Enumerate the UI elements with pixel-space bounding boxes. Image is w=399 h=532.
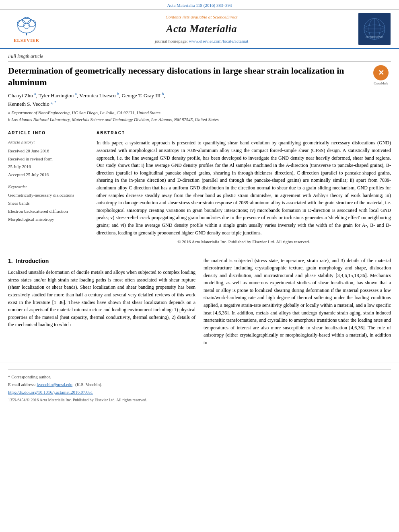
article-info-column: ARTICLE INFO Article history: Received 2…	[8, 130, 88, 245]
footer-copyright: 1359-6454/© 2016 Acta Materialia Inc. Pu…	[8, 397, 391, 403]
keyword-4: Morphological anisotropy	[8, 216, 88, 224]
crossmark-icon: ✕	[373, 65, 389, 80]
intro-paragraph-1: Localized unstable deformation of ductil…	[8, 269, 195, 329]
acta-globe-icon: ACTA MATERIALIA	[362, 17, 387, 41]
citation-text: Acta Materialia 118 (2016) 383–394	[167, 3, 232, 8]
journal-homepage: journal homepage: www.elsevier.com/locat…	[51, 38, 352, 44]
revised-date: 25 July 2016	[8, 163, 88, 171]
elsevier-tree-icon	[12, 14, 41, 37]
crossmark[interactable]: ✕ CrossMark	[371, 65, 391, 86]
journal-title: Acta Materialia	[51, 22, 352, 36]
elsevier-logo: ELSEVIER	[6, 14, 47, 43]
article-affiliations: a Department of NanoEngineering, UC San …	[8, 109, 391, 123]
article-info-header: ARTICLE INFO	[8, 130, 88, 136]
article-info-abstract-section: ARTICLE INFO Article history: Received 2…	[8, 126, 391, 245]
corresponding-author: * Corresponding author.	[8, 374, 391, 380]
sciencedirect-link: Contents lists available at ScienceDirec…	[51, 14, 352, 20]
article-history-label: Article history:	[8, 139, 88, 145]
article-authors: Chaoyi Zhu a, Tyler Harrington a, Veroni…	[8, 91, 391, 108]
affiliation-b: b Los Alamos National Laboratory, Materi…	[8, 116, 391, 123]
article-type: Full length article	[8, 53, 391, 62]
email-link[interactable]: kvecchio@ucsd.edu	[37, 382, 72, 387]
journal-center: Contents lists available at ScienceDirec…	[51, 14, 352, 44]
keywords-block: Keywords: Geometrically-necessary disloc…	[8, 184, 88, 224]
article-history-block: Article history: Received 20 June 2016 R…	[8, 139, 88, 179]
acta-logo-box: ACTA MATERIALIA	[358, 13, 391, 45]
article-title-section: Determination of geometrically necessary…	[8, 65, 391, 88]
journal-url[interactable]: www.elsevier.com/locate/actamat	[189, 39, 249, 43]
footer-divider	[8, 370, 391, 370]
svg-text:ACTA MATERIALIA: ACTA MATERIALIA	[366, 36, 383, 38]
keyword-1: Geometrically-necessary dislocations	[8, 191, 88, 199]
acta-logo: ACTA MATERIALIA	[356, 13, 393, 45]
body-col-right: the material is subjected (stress state,…	[204, 257, 391, 350]
journal-header: ELSEVIER Contents lists available at Sci…	[0, 10, 399, 49]
affiliation-a: a Department of NanoEngineering, UC San …	[8, 109, 391, 116]
intro-paragraph-2: the material is subjected (stress state,…	[204, 257, 391, 347]
svg-point-0	[18, 18, 35, 33]
doi-link[interactable]: http://dx.doi.org/10.1016/j.actamat.2016…	[8, 389, 391, 395]
page-footer: * Corresponding author. E-mail address: …	[0, 362, 399, 406]
keyword-3: Electron backscattered diffraction	[8, 207, 88, 216]
accepted-date: Accepted 25 July 2016	[8, 171, 88, 179]
journal-citation: Acta Materialia 118 (2016) 383–394	[0, 0, 399, 10]
abstract-header: ABSTRACT	[97, 130, 391, 136]
crossmark-label: CrossMark	[374, 81, 388, 86]
body-content: 1. Introduction Localized unstable defor…	[8, 252, 391, 350]
email-block: E-mail address: kvecchio@ucsd.edu (K.S. …	[8, 382, 391, 388]
keywords-label: Keywords:	[8, 184, 88, 190]
article-dates: Received 20 June 2016 Received in revise…	[8, 147, 88, 179]
keywords-list: Geometrically-necessary dislocations She…	[8, 191, 88, 223]
article-title: Determination of geometrically necessary…	[8, 65, 367, 88]
abstract-copyright: © 2016 Acta Materialia Inc. Published by…	[97, 239, 391, 245]
abstract-column: ABSTRACT In this paper, a systematic app…	[97, 130, 391, 245]
received-revised-label: Received in revised form	[8, 155, 88, 163]
received-date: Received 20 June 2016	[8, 147, 88, 155]
article-wrapper: Full length article Determination of geo…	[0, 49, 399, 353]
abstract-text: In this paper, a systematic approach is …	[97, 139, 391, 236]
body-col-left: 1. Introduction Localized unstable defor…	[8, 257, 195, 350]
elsevier-text: ELSEVIER	[14, 37, 39, 43]
keyword-2: Shear bands	[8, 199, 88, 207]
introduction-title: 1. Introduction	[8, 257, 195, 266]
